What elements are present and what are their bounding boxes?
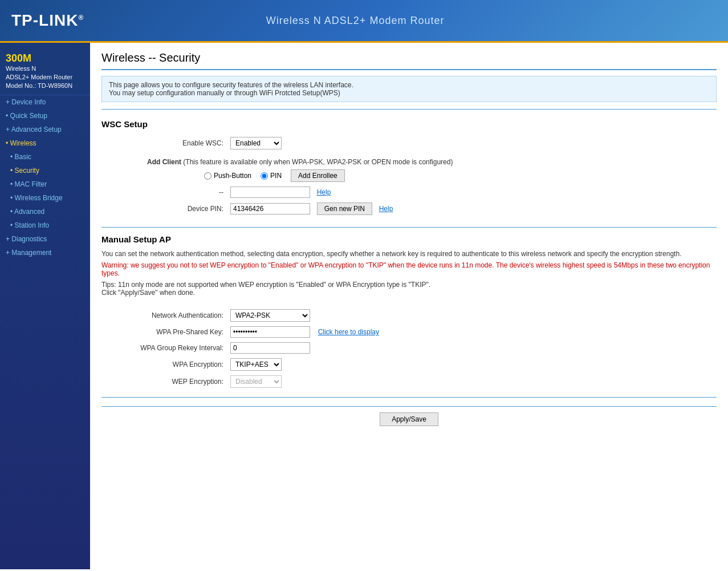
sidebar-item-basic[interactable]: Basic <box>0 150 90 164</box>
device-model-type: Wireless N <box>6 64 84 73</box>
wep-encryption-cell: Disabled Enabled <box>227 373 717 390</box>
wep-encryption-select[interactable]: Disabled Enabled <box>230 375 282 388</box>
info-line2: You may setup configuration manually or … <box>109 89 709 97</box>
sidebar-item-advanced-setup[interactable]: Advanced Setup <box>0 123 90 136</box>
wsc-pin-table: -- Help Device PIN: Gen new PIN Help <box>101 184 717 217</box>
wpa-key-input[interactable] <box>230 326 310 338</box>
wpa-rekey-cell <box>227 340 717 356</box>
wsc-enable-row: Enable WSC: Enabled Disabled <box>101 135 717 152</box>
device-model-name: ADSL2+ Modem Router <box>6 73 84 82</box>
wpa-key-row: WPA Pre-Shared Key: Click here to displa… <box>101 324 717 340</box>
wsc-form-table: Enable WSC: Enabled Disabled <box>101 135 717 152</box>
device-info-block: 300M Wireless N ADSL2+ Modem Router Mode… <box>0 48 90 95</box>
wpa-encryption-cell: TKIP AES TKIP+AES <box>227 356 717 373</box>
logo-area: TP-LINK® <box>11 11 84 30</box>
device-pin-label: Device PIN: <box>101 200 227 217</box>
manual-warning: Warning: we suggest you not to set WEP e… <box>101 261 717 277</box>
add-enrollee-button[interactable]: Add Enrollee <box>291 169 345 182</box>
sidebar-item-device-info[interactable]: Device Info <box>0 95 90 109</box>
device-model-number: Model No.: TD-W8960N <box>6 82 84 89</box>
wsc-pin-placeholder-label: -- <box>101 184 227 200</box>
add-client-note: (This feature is available only when WPA… <box>183 158 453 166</box>
device-pin-input[interactable] <box>230 203 310 214</box>
wsc-pin-cell: Help <box>227 184 717 200</box>
wpa-rekey-row: WPA Group Rekey Interval: <box>101 340 717 356</box>
push-button-text: Push-Button <box>214 172 251 180</box>
network-auth-label: Network Authentication: <box>101 307 227 324</box>
manual-setup-section: Manual Setup AP You can set the network … <box>101 234 717 390</box>
wep-encryption-label: WEP Encryption: <box>101 373 227 390</box>
apply-section: Apply/Save <box>101 406 717 426</box>
network-auth-cell: Open Shared 802.1X WPA WPA-PSK WPA2 WPA2… <box>227 307 717 324</box>
push-button-pin-row: Push-Button PIN Add Enrollee <box>204 169 717 182</box>
wsc-setup-section: WSC Setup Enable WSC: Enabled Disabled A… <box>101 116 717 220</box>
header-title: Wireless N ADSL2+ Modem Router <box>84 15 627 27</box>
network-auth-select[interactable]: Open Shared 802.1X WPA WPA-PSK WPA2 WPA2… <box>230 309 310 322</box>
page-title: Wireless -- Security <box>101 51 717 70</box>
device-model-size: 300M <box>6 53 84 64</box>
wpa-key-label: WPA Pre-Shared Key: <box>101 324 227 340</box>
push-button-radio[interactable] <box>204 172 212 180</box>
wpa-encryption-row: WPA Encryption: TKIP AES TKIP+AES <box>101 356 717 373</box>
sidebar-item-quick-setup[interactable]: Quick Setup <box>0 109 90 123</box>
device-pin-cell: Gen new PIN Help <box>227 200 717 217</box>
logo-reg: ® <box>78 14 84 22</box>
divider-1 <box>101 109 717 110</box>
manual-info-line1: You can set the network authentication m… <box>101 250 717 258</box>
push-button-radio-label: Push-Button <box>204 172 251 180</box>
wpa-encryption-select[interactable]: TKIP AES TKIP+AES <box>230 358 282 371</box>
header: TP-LINK® Wireless N ADSL2+ Modem Router <box>0 0 728 43</box>
sidebar-item-mac-filter[interactable]: MAC Filter <box>0 177 90 191</box>
wpa-key-cell: Click here to display <box>227 324 717 340</box>
wsc-enable-cell: Enabled Disabled <box>227 135 717 152</box>
manual-section-title: Manual Setup AP <box>101 234 717 244</box>
wsc-section-title: WSC Setup <box>101 119 717 129</box>
network-auth-row: Network Authentication: Open Shared 802.… <box>101 307 717 324</box>
sidebar-item-wireless[interactable]: Wireless <box>0 136 90 150</box>
manual-form-table: Network Authentication: Open Shared 802.… <box>101 302 717 390</box>
click-display-link[interactable]: Click here to display <box>318 328 379 336</box>
wpa-encryption-label: WPA Encryption: <box>101 356 227 373</box>
wsc-pin-input[interactable] <box>230 187 310 198</box>
sidebar-item-station-info[interactable]: Station Info <box>0 218 90 232</box>
sidebar-item-security[interactable]: Security <box>0 164 90 177</box>
pin-radio-label: PIN <box>261 172 282 180</box>
wpa-rekey-input[interactable] <box>230 342 310 354</box>
wsc-enable-select[interactable]: Enabled Disabled <box>230 137 282 149</box>
content-area: Wireless -- Security This page allows yo… <box>90 43 728 569</box>
info-line1: This page allows you to configure securi… <box>109 81 709 89</box>
device-pin-row: Device PIN: Gen new PIN Help <box>101 200 717 217</box>
logo-text: TP-LINK® <box>11 11 84 30</box>
sidebar-item-diagnostics[interactable]: Diagnostics <box>0 232 90 246</box>
logo-brand: TP-LINK <box>11 11 78 29</box>
pin-radio[interactable] <box>261 172 268 180</box>
gen-pin-help-link[interactable]: Help <box>379 205 393 213</box>
divider-2 <box>101 227 717 228</box>
manual-tip: Tips: 11n only mode are not supported wh… <box>101 281 717 289</box>
info-box: This page allows you to configure securi… <box>101 76 717 102</box>
sidebar-item-management[interactable]: Management <box>0 246 90 260</box>
spacer-row <box>101 302 717 307</box>
main-layout: 300M Wireless N ADSL2+ Modem Router Mode… <box>0 43 728 569</box>
sidebar: 300M Wireless N ADSL2+ Modem Router Mode… <box>0 43 90 569</box>
sidebar-item-advanced[interactable]: Advanced <box>0 205 90 218</box>
manual-click-note: Click "Apply/Save" when done. <box>101 289 717 297</box>
wsc-enable-label: Enable WSC: <box>101 135 227 152</box>
pin-text: PIN <box>270 172 282 180</box>
wep-encryption-row: WEP Encryption: Disabled Enabled <box>101 373 717 390</box>
gen-new-pin-button[interactable]: Gen new PIN <box>317 203 372 215</box>
wpa-rekey-label: WPA Group Rekey Interval: <box>101 340 227 356</box>
add-client-row: Add Client (This feature is available on… <box>147 157 717 166</box>
wsc-help-link[interactable]: Help <box>317 188 331 196</box>
apply-save-button[interactable]: Apply/Save <box>380 412 438 426</box>
add-client-label: Add Client <box>147 158 181 166</box>
wsc-pin-input-row: -- Help <box>101 184 717 200</box>
sidebar-item-wireless-bridge[interactable]: Wireless Bridge <box>0 191 90 205</box>
divider-3 <box>101 397 717 398</box>
